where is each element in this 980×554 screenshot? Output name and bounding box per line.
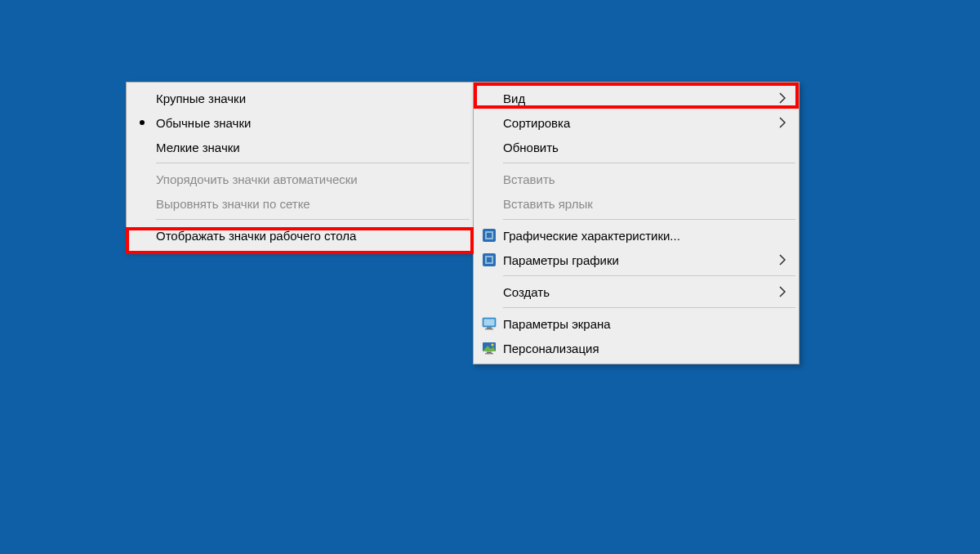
svg-rect-13 [487, 352, 492, 354]
menu-item-label: Графические характеристики... [503, 229, 791, 243]
chevron-right-icon [774, 90, 791, 106]
blank-icon [475, 191, 503, 216]
menu-separator [503, 219, 795, 220]
menu-item-graphics-properties[interactable]: Графические характеристики... [475, 223, 797, 248]
submenu-item-label: Отображать значки рабочего стола [156, 229, 465, 243]
menu-separator [156, 163, 470, 163]
submenu-item-label: Крупные значки [156, 92, 465, 105]
radio-empty-icon [128, 135, 156, 159]
personalize-icon [475, 336, 503, 360]
desktop-context-menu: Вид Сортировка Обновить Вставить Вставит… [473, 82, 800, 364]
menu-item-personalize[interactable]: Персонализация [475, 336, 797, 360]
submenu-item-label: Выровнять значки по сетке [156, 197, 465, 211]
menu-item-label: Обновить [503, 141, 791, 154]
menu-item-label: Создать [503, 285, 774, 299]
menu-separator [503, 163, 795, 163]
submenu-item-small-icons[interactable]: Мелкие значки [128, 135, 471, 159]
radio-empty-icon [128, 86, 156, 110]
check-empty-icon [128, 223, 156, 248]
menu-item-label: Вставить ярлык [503, 197, 791, 211]
menu-item-new[interactable]: Создать [475, 279, 797, 304]
menu-item-paste[interactable]: Вставить [475, 167, 797, 191]
check-empty-icon [128, 167, 156, 191]
submenu-item-align-grid[interactable]: Выровнять значки по сетке [128, 191, 471, 216]
radio-selected-icon [128, 110, 156, 135]
blank-icon [475, 86, 503, 110]
menu-item-refresh[interactable]: Обновить [475, 135, 797, 159]
menu-separator [503, 275, 795, 276]
svg-point-12 [491, 343, 493, 346]
menu-item-label: Сортировка [503, 116, 774, 130]
submenu-item-show-desktop-icons[interactable]: Отображать значки рабочего стола [128, 223, 471, 248]
blank-icon [475, 167, 503, 191]
submenu-item-label: Мелкие значки [156, 141, 465, 154]
blank-icon [475, 279, 503, 304]
intel-graphics-icon [475, 223, 503, 248]
blank-icon [475, 135, 503, 159]
blank-icon [475, 110, 503, 135]
svg-rect-7 [484, 319, 495, 326]
svg-rect-8 [487, 328, 492, 329]
monitor-icon [475, 311, 503, 336]
menu-item-display-settings[interactable]: Параметры экрана [475, 311, 797, 336]
menu-item-label: Параметры графики [503, 253, 774, 267]
chevron-right-icon [774, 284, 791, 300]
submenu-item-auto-arrange[interactable]: Упорядочить значки автоматически [128, 167, 471, 191]
menu-item-graphics-options[interactable]: Параметры графики [475, 248, 797, 272]
menu-item-sort[interactable]: Сортировка [475, 110, 797, 135]
view-submenu: Крупные значки Обычные значки Мелкие зна… [126, 82, 474, 252]
svg-rect-5 [487, 257, 492, 262]
check-empty-icon [128, 191, 156, 216]
menu-item-view[interactable]: Вид [475, 86, 797, 110]
menu-item-label: Вид [503, 92, 774, 105]
menu-item-label: Вставить [503, 172, 791, 186]
menu-item-paste-shortcut[interactable]: Вставить ярлык [475, 191, 797, 216]
submenu-item-medium-icons[interactable]: Обычные значки [128, 110, 471, 135]
chevron-right-icon [774, 114, 791, 131]
intel-graphics-icon [475, 248, 503, 272]
svg-rect-2 [487, 233, 492, 238]
submenu-item-label: Упорядочить значки автоматически [156, 172, 465, 186]
submenu-item-label: Обычные значки [156, 116, 465, 130]
svg-rect-9 [485, 328, 493, 330]
menu-item-label: Параметры экрана [503, 317, 791, 331]
svg-rect-14 [485, 353, 493, 355]
chevron-right-icon [774, 252, 791, 268]
submenu-item-large-icons[interactable]: Крупные значки [128, 86, 471, 110]
menu-separator [156, 219, 470, 220]
menu-separator [503, 307, 795, 308]
menu-item-label: Персонализация [503, 342, 791, 355]
